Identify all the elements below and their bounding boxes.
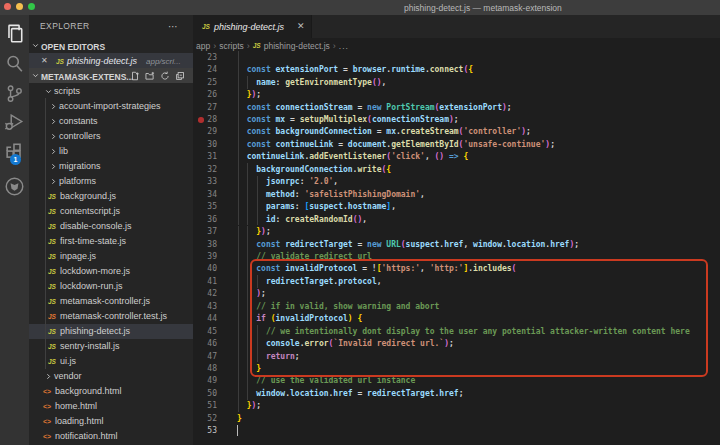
line-number[interactable]: 34 <box>193 190 217 199</box>
tree-item-loading-html[interactable]: <>loading.html <box>29 414 193 429</box>
code-line-52[interactable]: 52} <box>193 412 720 424</box>
line-number[interactable]: 52 <box>193 414 217 423</box>
line-number[interactable]: 47 <box>193 352 217 361</box>
code-line-23[interactable]: 23 <box>193 51 720 63</box>
tree-item-ui-js[interactable]: JSui.js <box>29 354 193 369</box>
tree-item-contentscript-js[interactable]: JScontentscript.js <box>29 204 193 219</box>
refresh-icon[interactable] <box>160 71 170 81</box>
tree-item-lockdown-run-js[interactable]: JSlockdown-run.js <box>29 279 193 294</box>
tree-item-label: platforms <box>59 176 96 186</box>
open-editor-item[interactable]: ✕ JS phishing-detect.js app/scri... <box>29 53 193 68</box>
line-number[interactable]: 37 <box>193 227 217 236</box>
tree-item-vendor[interactable]: vendor <box>29 369 193 384</box>
code-line-30[interactable]: 30 const continueLink = document.getElem… <box>193 138 720 150</box>
line-number[interactable]: 36 <box>193 215 217 224</box>
tree-item-inpage-js[interactable]: JSinpage.js <box>29 249 193 264</box>
line-number[interactable]: 45 <box>193 327 217 336</box>
tree-item-metamask-controller-test-js[interactable]: JSmetamask-controller.test.js <box>29 309 193 324</box>
workspace-header[interactable]: METAMASK-EXTENS... <box>29 68 193 83</box>
code-line-33[interactable]: 33 jsonrpc: '2.0', <box>193 176 720 188</box>
tree-item-notification-html[interactable]: <>notification.html <box>29 429 193 444</box>
sidebar: EXPLORER ⋯ OPEN EDITORS ✕ JS phishing-de… <box>29 15 193 445</box>
line-number[interactable]: 51 <box>193 401 217 410</box>
code-line-29[interactable]: 29 const backgroundConnection = mx.creat… <box>193 126 720 138</box>
tree-item-background-html[interactable]: <>background.html <box>29 384 193 399</box>
line-number[interactable]: 49 <box>193 376 217 385</box>
tree-item-account-import-strategies[interactable]: account-import-strategies <box>29 99 193 114</box>
tree-item-phishing-detect-js[interactable]: JSphishing-detect.js <box>29 324 193 339</box>
tree-item-sentry-install-js[interactable]: JSsentry-install.js <box>29 339 193 354</box>
line-number[interactable]: 24 <box>193 65 217 74</box>
tree-item-controllers[interactable]: controllers <box>29 129 193 144</box>
line-number[interactable]: 35 <box>193 202 217 211</box>
minimize-window-button[interactable] <box>16 3 23 10</box>
line-number[interactable]: 25 <box>193 78 217 87</box>
tree-item-scripts[interactable]: scripts <box>29 84 193 99</box>
line-number[interactable]: 27 <box>193 103 217 112</box>
line-number[interactable]: 53 <box>193 426 217 435</box>
tree-item-migrations[interactable]: migrations <box>29 159 193 174</box>
code-line-27[interactable]: 27 const connectionStream = new PortStre… <box>193 101 720 113</box>
close-window-button[interactable] <box>4 3 11 10</box>
line-number[interactable]: 39 <box>193 252 217 261</box>
line-number[interactable]: 38 <box>193 240 217 249</box>
explorer-icon[interactable] <box>4 23 25 44</box>
line-number[interactable]: 33 <box>193 177 217 186</box>
line-number[interactable]: 23 <box>193 53 217 62</box>
line-number[interactable]: 50 <box>193 389 217 398</box>
line-number[interactable]: 48 <box>193 364 217 373</box>
line-number[interactable]: 42 <box>193 289 217 298</box>
code-line-32[interactable]: 32 backgroundConnection.write({ <box>193 163 720 175</box>
tree-item-constants[interactable]: constants <box>29 114 193 129</box>
tree-item-platforms[interactable]: platforms <box>29 174 193 189</box>
new-file-icon[interactable] <box>130 71 140 81</box>
line-number[interactable]: 46 <box>193 339 217 348</box>
code-line-36[interactable]: 36 id: createRandomId(), <box>193 213 720 225</box>
code-line-50[interactable]: 50 window.location.href = redirectTarget… <box>193 387 720 399</box>
code-line-24[interactable]: 24 const extensionPort = browser.runtime… <box>193 64 720 76</box>
code-line-35[interactable]: 35 params: [suspect.hostname], <box>193 201 720 213</box>
html-file-icon: <> <box>43 388 51 395</box>
tree-item-metamask-controller-js[interactable]: JSmetamask-controller.js <box>29 294 193 309</box>
code-line-25[interactable]: 25 name: getEnvironmentType(), <box>193 76 720 88</box>
tree-item-first-time-state-js[interactable]: JSfirst-time-state.js <box>29 234 193 249</box>
line-number[interactable]: 32 <box>193 165 217 174</box>
code-line-34[interactable]: 34 method: 'safelistPhishingDomain', <box>193 188 720 200</box>
line-number[interactable]: 40 <box>193 264 217 273</box>
code-area[interactable]: 23 24 const extensionPort = browser.runt… <box>193 15 720 445</box>
tree-item-background-js[interactable]: JSbackground.js <box>29 189 193 204</box>
tree-item-lib[interactable]: lib <box>29 144 193 159</box>
code-line-31[interactable]: 31 continueLink.addEventListener('click'… <box>193 151 720 163</box>
code-line-49[interactable]: 49 // use the validated url instance <box>193 375 720 387</box>
breakpoint-icon[interactable] <box>198 117 204 123</box>
close-icon[interactable]: ✕ <box>41 56 48 65</box>
line-number[interactable]: 29 <box>193 127 217 136</box>
search-icon[interactable] <box>4 53 25 74</box>
code-line-53[interactable]: 53 <box>193 425 720 437</box>
code-line-51[interactable]: 51 }); <box>193 400 720 412</box>
line-number[interactable]: 28 <box>193 115 217 124</box>
line-number[interactable]: 43 <box>193 302 217 311</box>
source-control-icon[interactable] <box>4 83 25 104</box>
line-number[interactable]: 41 <box>193 277 217 286</box>
code-line-28[interactable]: 28 const mx = setupMultiplex(connectionS… <box>193 113 720 125</box>
code-line-37[interactable]: 37 }); <box>193 226 720 238</box>
code-line-38[interactable]: 38 const redirectTarget = new URL(suspec… <box>193 238 720 250</box>
code-line-26[interactable]: 26 }); <box>193 89 720 101</box>
new-folder-icon[interactable] <box>145 71 155 81</box>
collapse-all-icon[interactable] <box>175 71 185 81</box>
line-number[interactable]: 26 <box>193 90 217 99</box>
line-number[interactable]: 31 <box>193 152 217 161</box>
more-actions-icon[interactable]: ⋯ <box>168 21 179 32</box>
line-number[interactable]: 30 <box>193 140 217 149</box>
tree-item-home-html[interactable]: <>home.html <box>29 399 193 414</box>
metamask-icon[interactable] <box>4 176 25 197</box>
open-editors-header[interactable]: OPEN EDITORS <box>29 38 193 53</box>
tree-item-disable-console-js[interactable]: JSdisable-console.js <box>29 219 193 234</box>
line-number[interactable]: 44 <box>193 314 217 323</box>
zoom-window-button[interactable] <box>28 3 35 10</box>
run-debug-icon[interactable] <box>4 111 25 132</box>
tree-item-lockdown-more-js[interactable]: JSlockdown-more.js <box>29 264 193 279</box>
code-text: const extensionPort = browser.runtime.co… <box>237 65 473 74</box>
chevron-right-icon <box>49 132 58 141</box>
